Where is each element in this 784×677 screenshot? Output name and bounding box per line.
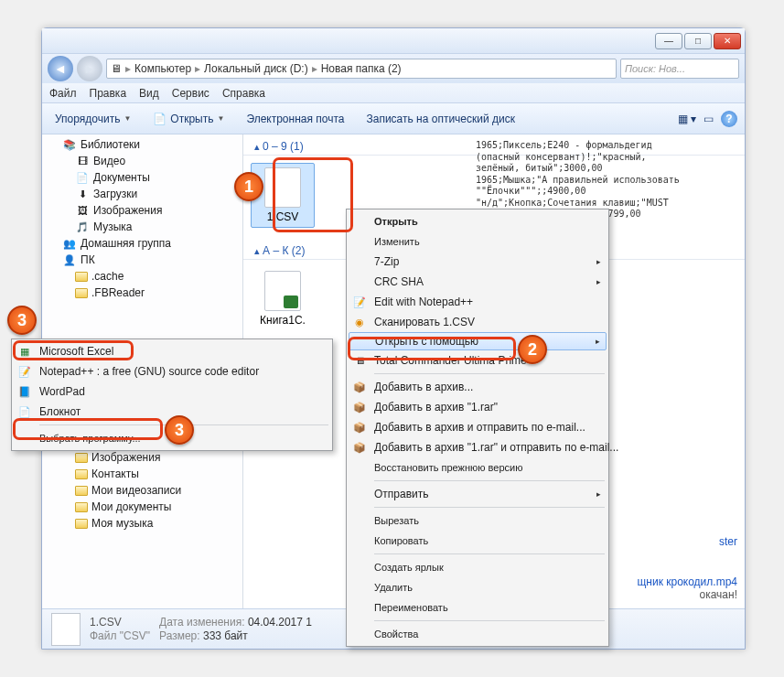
back-button[interactable]: ◄ xyxy=(48,56,73,81)
ctx-shortcut[interactable]: Создать ярлык xyxy=(349,557,607,577)
rar-icon: 📦 xyxy=(352,400,367,414)
openwith-excel[interactable]: ▦Microsoft Excel xyxy=(14,341,330,361)
ctx-npp[interactable]: 📝Edit with Notepad++ xyxy=(349,292,607,312)
maximize-button[interactable]: □ xyxy=(684,33,712,49)
excel-file-icon xyxy=(264,271,301,311)
breadcrumb-drive[interactable]: Локальный диск (D:) xyxy=(204,62,308,75)
breadcrumb[interactable]: 🖥 ▸ Компьютер ▸ Локальный диск (D:) ▸ Но… xyxy=(106,59,617,79)
tree-fbreader[interactable]: .FBReader xyxy=(42,285,242,301)
ctx-addarchive[interactable]: 📦Добавить в архив... xyxy=(349,377,607,397)
annotation-badge-3a: 3 xyxy=(7,306,37,335)
ctx-addrar[interactable]: 📦Добавить в архив "1.rar" xyxy=(349,397,607,417)
ctx-cut[interactable]: Вырезать xyxy=(349,510,607,531)
email-button[interactable]: Электронная почта xyxy=(241,110,349,128)
breadcrumb-folder[interactable]: Новая папка (2) xyxy=(321,62,402,75)
ctx-addsend[interactable]: 📦Добавить в архив и отправить по e-mail.… xyxy=(349,417,607,437)
annotation-badge-2: 2 xyxy=(518,335,547,364)
preview-pane-icon[interactable]: ▭ xyxy=(703,113,714,125)
ctx-restore[interactable]: Восстановить прежнюю версию xyxy=(349,457,607,478)
search-input[interactable]: Поиск: Нов... xyxy=(620,59,739,79)
annotation-badge-1: 1 xyxy=(234,172,263,201)
ctx-copy[interactable]: Копировать xyxy=(349,531,607,551)
burn-button[interactable]: Записать на оптический диск xyxy=(361,110,521,128)
ctx-edit[interactable]: Изменить xyxy=(349,231,607,252)
tc-icon: 🖥 xyxy=(352,353,367,368)
annotation-badge-3b: 3 xyxy=(165,415,194,445)
tree-mymusic[interactable]: Моя музыка xyxy=(42,515,242,532)
open-icon: 📄 xyxy=(153,113,166,125)
ctx-crc[interactable]: CRC SHA▸ xyxy=(349,272,607,292)
ctx-addrarsend[interactable]: 📦Добавить в архив "1.rar" и отправить по… xyxy=(349,437,607,457)
tree-homegroup[interactable]: 👥Домашняя группа xyxy=(42,235,242,252)
notepadpp-icon: 📝 xyxy=(352,295,367,309)
openwith-npp[interactable]: 📝Notepad++ : a free (GNU) source code ed… xyxy=(14,361,330,381)
ctx-open[interactable]: Открыть xyxy=(349,211,607,231)
scan-icon: ◉ xyxy=(352,315,367,329)
tree-contacts[interactable]: Контакты xyxy=(42,466,242,482)
menu-edit[interactable]: Правка xyxy=(90,87,127,100)
menubar: Файл Правка Вид Сервис Справка xyxy=(42,83,745,103)
view-mode-icon[interactable]: ▦ ▾ xyxy=(678,113,696,125)
menu-file[interactable]: Файл xyxy=(49,87,77,100)
ctx-7zip[interactable]: 7-Zip▸ xyxy=(349,252,607,272)
tree-cache[interactable]: .cache xyxy=(42,268,242,285)
ctx-delete[interactable]: Удалить xyxy=(349,577,607,597)
file-label: 1.CSV xyxy=(267,210,299,223)
ctx-scan[interactable]: ◉Сканировать 1.CSV xyxy=(349,312,607,332)
open-button[interactable]: 📄Открыть▼ xyxy=(147,110,230,128)
rar-icon: 📦 xyxy=(352,420,367,435)
organize-button[interactable]: Упорядочить▼ xyxy=(49,110,136,128)
download-links: ster щник крокодил.mp4 окачан! xyxy=(637,535,737,601)
forward-button[interactable]: ► xyxy=(77,56,102,81)
tree-music[interactable]: 🎵Музыка xyxy=(42,219,242,235)
toolbar: Упорядочить▼ 📄Открыть▼ Электронная почта… xyxy=(42,103,745,134)
ctx-rename[interactable]: Переименовать xyxy=(349,597,607,618)
tree-pictures2[interactable]: Изображения xyxy=(42,449,242,466)
context-menu-main: Открыть Изменить 7-Zip▸ CRC SHA▸ 📝Edit w… xyxy=(346,209,609,647)
tree-libraries[interactable]: 📚Библиотеки xyxy=(42,136,242,153)
file-xlsx[interactable]: Книга1С. xyxy=(251,267,315,330)
file-label: Книга1С. xyxy=(260,314,306,327)
openwith-wordpad[interactable]: 📘WordPad xyxy=(14,381,330,402)
tree-video[interactable]: 🎞Видео xyxy=(42,153,242,169)
status-file-type: Файл "CSV" xyxy=(90,629,150,642)
ctx-properties[interactable]: Свойства xyxy=(349,624,607,644)
tree-pc[interactable]: 👤ПК xyxy=(42,252,242,268)
address-bar: ◄ ► 🖥 ▸ Компьютер ▸ Локальный диск (D:) … xyxy=(42,54,745,83)
tree-pictures[interactable]: 🖼Изображения xyxy=(42,202,242,219)
notepadpp-icon: 📝 xyxy=(17,364,32,379)
computer-icon: 🖥 xyxy=(111,62,122,75)
help-icon[interactable]: ? xyxy=(721,111,737,127)
status-file-name: 1.CSV xyxy=(90,616,150,629)
tree-documents[interactable]: 📄Документы xyxy=(42,169,242,186)
menu-view[interactable]: Вид xyxy=(139,87,159,100)
wordpad-icon: 📘 xyxy=(17,384,32,399)
rar-icon: 📦 xyxy=(352,440,367,455)
menu-help[interactable]: Справка xyxy=(222,87,265,100)
breadcrumb-root[interactable]: Компьютер xyxy=(134,62,191,75)
ctx-openwith[interactable]: Открыть с помощью▸ xyxy=(349,332,607,350)
titlebar: — □ ✕ xyxy=(42,28,745,54)
file-icon xyxy=(264,167,301,208)
rar-icon: 📦 xyxy=(352,380,367,394)
tree-downloads[interactable]: ⬇Загрузки xyxy=(42,186,242,202)
tree-mydocs[interactable]: Мои документы xyxy=(42,499,242,515)
menu-service[interactable]: Сервис xyxy=(172,87,209,100)
status-file-icon xyxy=(51,613,81,646)
close-button[interactable]: ✕ xyxy=(714,33,741,49)
tree-myvideos[interactable]: Мои видеозаписи xyxy=(42,482,242,499)
ctx-tc[interactable]: 🖥Total Commander Ultima Prime xyxy=(349,350,607,371)
ctx-send[interactable]: Отправить▸ xyxy=(349,484,607,504)
excel-icon: ▦ xyxy=(17,344,32,359)
minimize-button[interactable]: — xyxy=(655,33,682,49)
notepad-icon: 📄 xyxy=(17,404,32,419)
